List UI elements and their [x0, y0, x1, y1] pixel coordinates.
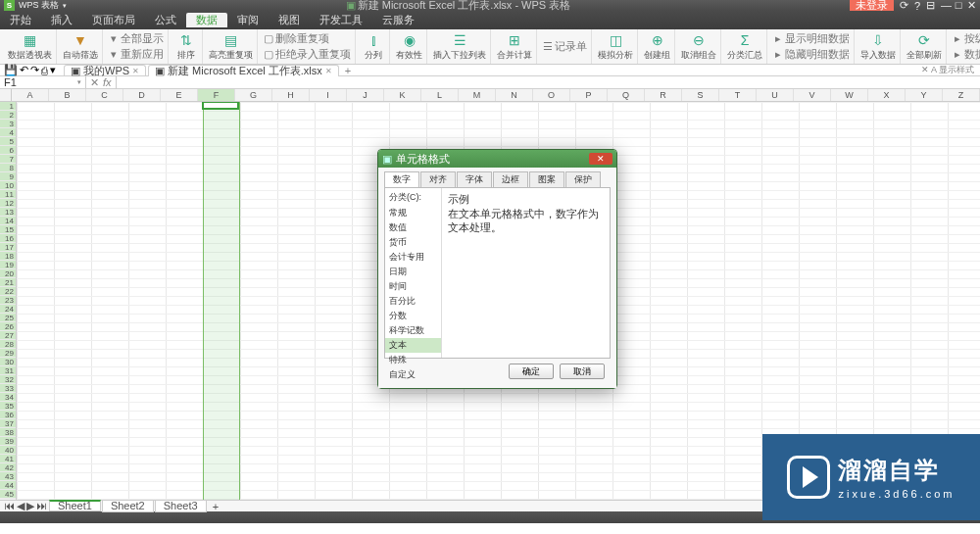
sheet-tab[interactable]: Sheet1 [49, 500, 101, 511]
sheet-nav-prev-icon[interactable]: ◀ [17, 500, 24, 512]
column-header[interactable]: N [496, 89, 533, 101]
column-header[interactable]: A [12, 89, 49, 101]
help-icon[interactable]: ? [914, 0, 920, 12]
ribbon-pivot[interactable]: ▦数据透视表 [4, 29, 57, 64]
sheet-nav-next-icon[interactable]: ▶ [26, 500, 34, 512]
category-item[interactable]: 百分比 [385, 294, 441, 309]
dialog-tab[interactable]: 保护 [565, 171, 601, 187]
sheet-nav-first-icon[interactable]: ⏮ [4, 500, 15, 512]
namebox-dropdown-icon[interactable]: ▾ [77, 78, 81, 86]
dialog-tab[interactable]: 数字 [384, 171, 419, 187]
column-header[interactable]: H [272, 89, 310, 101]
dialog-tab[interactable]: 图案 [529, 171, 564, 187]
sheet-tab[interactable]: Sheet3 [155, 501, 207, 512]
ribbon-subtotal[interactable]: Σ分类汇总 [723, 29, 767, 64]
ribbon-consolidate[interactable]: ⊞合并计算 [493, 29, 537, 64]
ribbon-whatif[interactable]: ◫模拟分析 [594, 29, 638, 64]
ribbon-stack-item[interactable]: ▸显示明细数据 [773, 31, 850, 46]
column-header[interactable]: U [757, 89, 794, 101]
name-box[interactable]: F1▾ [0, 76, 86, 88]
menu-item[interactable]: 页面布局 [82, 13, 145, 27]
column-header[interactable]: G [235, 89, 272, 101]
ribbon-stack-item[interactable]: ▸按级排序 [953, 31, 980, 46]
ribbon-ungroup[interactable]: ⊖取消组合 [677, 29, 721, 64]
column-header[interactable]: Y [906, 89, 943, 101]
maximize-button[interactable]: □ [954, 0, 963, 12]
column-header[interactable]: V [794, 89, 831, 101]
menu-item[interactable]: 云服务 [372, 13, 424, 27]
category-item[interactable]: 时间 [385, 279, 441, 294]
category-item[interactable]: 日期 [385, 265, 441, 279]
category-item[interactable]: 科学记数 [385, 323, 441, 338]
category-item[interactable]: 分数 [385, 309, 441, 323]
tab-close-icon[interactable]: ✕ [132, 67, 139, 75]
column-header[interactable]: X [868, 89, 906, 101]
menu-item[interactable]: 数据 [186, 13, 227, 27]
ribbon-validation[interactable]: ◉有效性 [392, 29, 427, 64]
ribbon-group[interactable]: ⊕创建组 [640, 29, 675, 64]
menu-item[interactable]: 插入 [41, 13, 82, 27]
ribbon-split[interactable]: ⫿分列 [358, 29, 390, 64]
category-item[interactable]: 文本 [385, 338, 441, 353]
category-item[interactable]: 自定义 [385, 367, 441, 382]
dialog-tab[interactable]: 字体 [457, 171, 492, 187]
column-header[interactable]: M [459, 89, 496, 101]
dialog-tab[interactable]: 边框 [493, 171, 528, 187]
column-header[interactable]: T [719, 89, 757, 101]
ribbon-stack-item[interactable]: ☰记录单 [543, 39, 587, 54]
column-header[interactable]: C [86, 89, 123, 101]
column-header[interactable]: B [49, 89, 86, 101]
document-tab[interactable]: ▣新建 Microsoft Excel 工作表.xlsx✕ [148, 65, 339, 76]
column-header[interactable]: I [310, 89, 347, 101]
column-header[interactable]: S [682, 89, 719, 101]
column-header[interactable]: K [384, 89, 421, 101]
ribbon-stack-item[interactable]: ▢拒绝录入重复项 [264, 47, 351, 62]
tabbar-right-label[interactable]: ✕ A 显示样式 [921, 64, 974, 76]
pin-icon[interactable]: ⊟ [926, 0, 935, 12]
sheet-tab[interactable]: Sheet2 [102, 501, 154, 512]
column-header[interactable]: F [198, 89, 235, 101]
dialog-ok-button[interactable]: 确定 [509, 364, 554, 379]
column-header[interactable]: E [161, 89, 198, 101]
qat-save-icon[interactable]: 💾 [4, 64, 18, 76]
menu-item[interactable]: 公式 [145, 13, 186, 27]
sheet-add-button[interactable]: + [209, 501, 222, 512]
qat-undo-icon[interactable]: ↶ [20, 64, 28, 76]
dialog-cancel-button[interactable]: 取消 [560, 364, 605, 379]
tab-close-icon[interactable]: ✕ [325, 67, 332, 75]
column-header[interactable]: Z [943, 89, 980, 101]
category-item[interactable]: 会计专用 [385, 250, 441, 265]
column-header[interactable]: P [570, 89, 608, 101]
ribbon-refresh[interactable]: ⟳全部刷新 [903, 29, 947, 64]
column-header[interactable]: Q [608, 89, 645, 101]
dialog-title-bar[interactable]: ▣ 单元格格式 ✕ [378, 150, 616, 168]
menu-item[interactable]: 审阅 [227, 13, 269, 27]
login-button[interactable]: 未登录 [850, 0, 894, 11]
column-header[interactable]: L [421, 89, 459, 101]
column-header[interactable]: O [533, 89, 570, 101]
ribbon-stack-item[interactable]: ▸数据区域设置 [953, 47, 980, 62]
document-tab[interactable]: ▣我的WPS✕ [64, 65, 146, 76]
column-header[interactable]: R [645, 89, 682, 101]
category-item[interactable]: 常规 [385, 206, 441, 220]
menu-item[interactable]: 视图 [269, 13, 310, 27]
qat-print-icon[interactable]: ⎙ [41, 65, 48, 76]
column-header[interactable]: D [123, 89, 161, 101]
ribbon-stack-item[interactable]: ▾全部显示 [109, 31, 164, 46]
fx-fx-icon[interactable]: fx [103, 76, 112, 88]
ribbon-dropdown[interactable]: ☰插入下拉列表 [429, 29, 491, 64]
sheet-nav-last-icon[interactable]: ⏭ [36, 500, 47, 512]
column-header[interactable]: J [347, 89, 384, 101]
menu-item[interactable]: 开发工具 [310, 13, 372, 27]
dialog-close-button[interactable]: ✕ [589, 153, 612, 165]
column-header[interactable]: W [831, 89, 868, 101]
ribbon-stack-item[interactable]: ▢删除重复项 [264, 31, 351, 46]
ribbon-import[interactable]: ⇩导入数据 [857, 29, 901, 64]
close-button[interactable]: ✕ [966, 0, 976, 12]
sync-icon[interactable]: ⟳ [900, 0, 908, 12]
ribbon-sort[interactable]: ⇅排序 [171, 29, 203, 64]
qat-more-icon[interactable]: ▾ [50, 64, 56, 76]
category-item[interactable]: 数值 [385, 220, 441, 235]
ribbon-highlight-dup[interactable]: ▤高亮重复项 [205, 29, 258, 64]
qat-redo-icon[interactable]: ↷ [30, 64, 39, 76]
